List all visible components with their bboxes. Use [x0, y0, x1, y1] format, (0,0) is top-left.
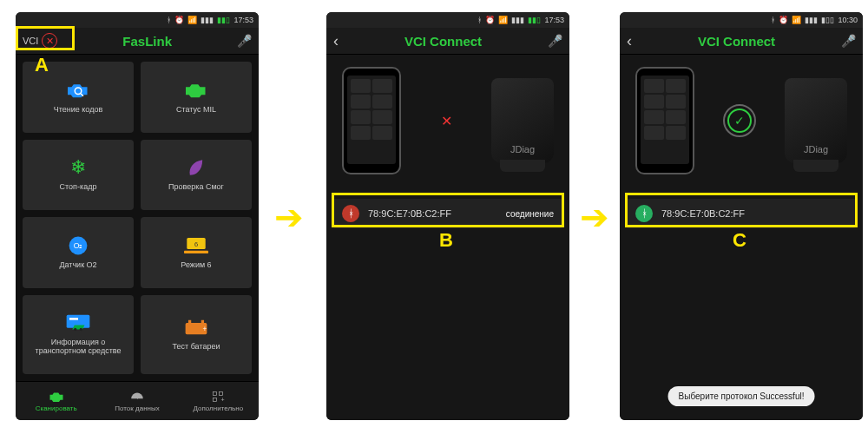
bluetooth-device-row[interactable]: ᚼ 78:9C:E7:0B:C2:FF соединение	[333, 199, 562, 228]
pair-status-fail-icon: ✕	[410, 113, 483, 129]
battery-icon: +	[183, 317, 209, 338]
wifi-icon: 📶	[498, 16, 508, 24]
callout-b: B	[439, 229, 453, 252]
tile-mode-6[interactable]: 6 Режим 6	[141, 217, 252, 288]
battery-icon: ▮▯▯	[821, 16, 834, 24]
snowflake-icon: ❄	[65, 157, 91, 178]
wifi-icon: 📶	[187, 16, 197, 24]
vci-label: VCI	[23, 36, 38, 46]
nav-scan[interactable]: Сканировать	[16, 382, 96, 420]
disconnected-icon: ✕	[42, 33, 57, 49]
svg-rect-8	[69, 319, 78, 321]
mic-icon[interactable]: 🎤	[548, 34, 562, 48]
bluetooth-icon: ᚼ	[167, 16, 171, 24]
svg-point-9	[74, 328, 76, 331]
tile-battery-test[interactable]: + Тест батареи	[141, 295, 252, 374]
nav-label: Сканировать	[36, 404, 77, 412]
nav-label: Дополнительно	[194, 404, 244, 412]
engine-search-icon	[65, 80, 91, 101]
back-button[interactable]: ‹	[333, 33, 339, 49]
status-bar: ᚼ ⏰ 📶 ▮▮▮ ▮▮▯ 17:53	[326, 12, 569, 28]
svg-rect-12	[188, 320, 191, 323]
mic-icon[interactable]: 🎤	[237, 34, 252, 48]
phone-illustration	[342, 67, 401, 174]
tile-label: Информация о транспортном средстве	[26, 339, 130, 356]
tile-o2-sensor[interactable]: O₂ Датчик O2	[23, 217, 134, 288]
signal-waves-icon: ✓	[713, 103, 766, 138]
svg-rect-16	[214, 391, 217, 395]
tile-label: Стоп-кадр	[60, 183, 97, 192]
engine-icon	[49, 391, 64, 403]
bluetooth-status-icon: ᚼ	[342, 205, 359, 222]
status-time: 10:30	[838, 16, 858, 24]
bluetooth-icon: ᚼ	[477, 16, 482, 24]
tile-freeze-frame[interactable]: ❄ Стоп-кадр	[23, 140, 134, 211]
check-icon: ✓	[727, 108, 752, 133]
tile-label: Чтение кодов	[54, 106, 102, 115]
page-title: VCI Connect	[639, 34, 834, 49]
nav-more[interactable]: + Дополнительно	[178, 382, 259, 420]
tile-smog-check[interactable]: Проверка Смог	[141, 140, 252, 211]
toast-text: Выберите протокол Successful!	[679, 391, 805, 401]
svg-rect-5	[184, 251, 208, 253]
top-bar: ‹ VCI Connect 🎤	[326, 28, 569, 55]
svg-rect-18	[214, 398, 217, 401]
top-bar: VCI ✕ FasLink 🎤	[16, 28, 259, 55]
bluetooth-device-row[interactable]: ᚼ 78:9C:E7:0B:C2:FF	[627, 199, 856, 228]
wifi-icon: 📶	[792, 16, 801, 24]
nav-datastream[interactable]: Поток данных	[96, 382, 177, 420]
arrow-a-to-b: ➔	[274, 200, 304, 234]
status-time: 17:53	[233, 16, 253, 24]
obd-device-illustration: JDiag	[785, 78, 847, 163]
pairing-illustration: ✓ JDiag	[620, 55, 863, 183]
phone-illustration	[635, 67, 694, 174]
device-brand: JDiag	[510, 144, 535, 155]
svg-text:+: +	[202, 326, 207, 333]
back-button[interactable]: ‹	[627, 33, 632, 49]
signal-icon: ▮▮▮	[805, 16, 818, 24]
car-card-icon	[65, 312, 91, 333]
arrow-b-to-c: ➔	[580, 200, 609, 234]
status-bar: ᚼ ⏰ 📶 ▮▮▮ ▮▮▯ 17:53	[16, 12, 259, 28]
device-mac: 78:9C:E7:0B:C2:FF	[368, 208, 497, 219]
vci-status-badge[interactable]: VCI ✕	[23, 33, 57, 49]
alarm-icon: ⏰	[779, 16, 788, 24]
connect-action-label: соединение	[506, 209, 554, 219]
svg-text:O₂: O₂	[74, 241, 83, 250]
tile-vehicle-info[interactable]: Информация о транспортном средстве	[23, 295, 134, 374]
leaf-icon	[183, 157, 209, 178]
laptop-icon: 6	[183, 235, 209, 256]
engine-warn-icon	[183, 80, 209, 101]
signal-icon: ▮▮▮	[511, 16, 524, 24]
alarm-icon: ⏰	[174, 16, 184, 24]
bluetooth-status-icon: ᚼ	[635, 205, 653, 222]
tile-label: Статус MIL	[176, 106, 216, 115]
device-brand: JDiag	[804, 144, 828, 155]
battery-icon: ▮▮▯	[217, 16, 230, 24]
obd-device-illustration: JDiag	[491, 78, 554, 163]
app-title: FasLink	[64, 34, 230, 49]
screen-c-vci-connected: ᚼ ⏰ 📶 ▮▮▮ ▮▯▯ 10:30 ‹ VCI Connect 🎤 ✓ JD…	[620, 12, 863, 420]
mic-icon[interactable]: 🎤	[841, 34, 856, 48]
callout-c: C	[733, 229, 746, 252]
nav-label: Поток данных	[115, 404, 159, 412]
svg-point-10	[80, 328, 82, 331]
o2-icon: O₂	[65, 235, 91, 256]
status-time: 17:53	[544, 16, 564, 24]
alarm-icon: ⏰	[485, 16, 495, 24]
success-toast: Выберите протокол Successful!	[668, 386, 815, 406]
page-title: VCI Connect	[345, 34, 541, 49]
svg-text:+: +	[221, 396, 225, 402]
tile-label: Режим 6	[181, 261, 211, 270]
device-mac: 78:9C:E7:0B:C2:FF	[661, 208, 847, 219]
bluetooth-icon: ᚼ	[771, 16, 775, 24]
pairing-illustration: ✕ JDiag	[326, 55, 569, 183]
tile-mil-status[interactable]: Статус MIL	[141, 62, 252, 133]
bottom-nav: Сканировать Поток данных + Дополнительно	[16, 381, 259, 420]
svg-rect-17	[220, 391, 223, 395]
svg-rect-13	[201, 320, 204, 323]
signal-icon: ▮▮▮	[201, 16, 214, 24]
screen-b-vci-connect: ᚼ ⏰ 📶 ▮▮▮ ▮▮▯ 17:53 ‹ VCI Connect 🎤 ✕ JD…	[326, 12, 569, 420]
screen-a-home: ᚼ ⏰ 📶 ▮▮▮ ▮▮▯ 17:53 VCI ✕ FasLink 🎤 Чтен…	[16, 12, 259, 420]
grid-plus-icon: +	[210, 391, 226, 403]
